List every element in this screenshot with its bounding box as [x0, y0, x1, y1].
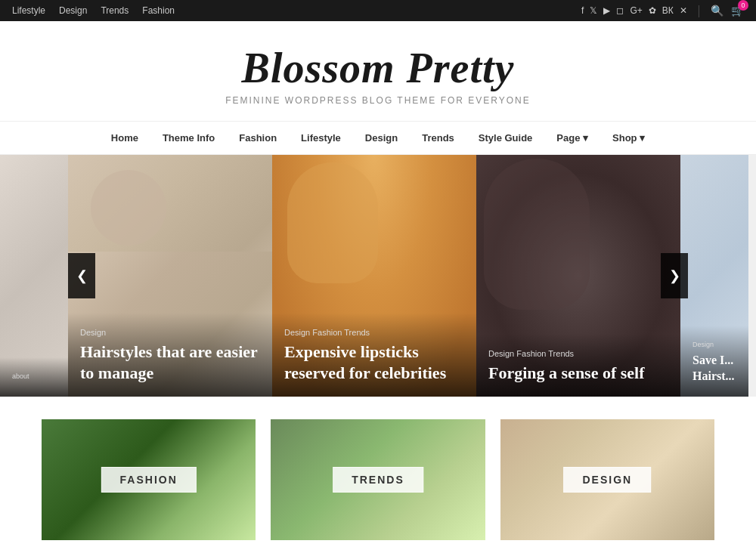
nav-fashion[interactable]: Fashion: [227, 122, 289, 154]
site-header: Blossom Pretty Feminine WordPress Blog T…: [0, 21, 756, 121]
slide-overlay: about: [0, 357, 68, 397]
top-bar-actions: 🔍 🛒 0: [711, 5, 744, 17]
site-subtitle: Feminine WordPress Blog Theme For Everyo…: [15, 95, 741, 106]
slider-section: about Design Hairstyles that are easier …: [0, 155, 756, 397]
top-bar-nav: Lifestyle Design Trends Fashion: [12, 5, 175, 16]
slide3-categories: Design Fashion Trends: [488, 349, 668, 358]
slide-partial-right: Design Save I...Hairst...: [680, 155, 748, 397]
category-trends[interactable]: TRENDS: [271, 419, 485, 540]
slider-next-button[interactable]: ❯: [661, 253, 688, 298]
slide2-categories: Design Fashion Trends: [284, 328, 464, 337]
google-icon[interactable]: G+: [630, 5, 642, 16]
top-bar-right: f 𝕏 ▶ ◻ G+ ✿ ВК ✕ | 🔍 🛒 0: [581, 4, 744, 17]
topnav-lifestyle[interactable]: Lifestyle: [12, 5, 45, 16]
nav-design[interactable]: Design: [353, 122, 410, 154]
main-nav: Home Theme Info Fashion Lifestyle Design…: [0, 121, 756, 155]
nav-lifestyle[interactable]: Lifestyle: [289, 122, 353, 154]
odnoklassniki-icon[interactable]: ✿: [649, 5, 656, 16]
nav-style-guide[interactable]: Style Guide: [466, 122, 545, 154]
slide-3[interactable]: Design Fashion Trends Forging a sense of…: [476, 155, 680, 397]
slider-prev-button[interactable]: ❮: [68, 253, 95, 298]
slide2-overlay: Design Fashion Trends Expensive lipstick…: [272, 313, 476, 397]
cart-badge: 0: [738, 0, 748, 11]
xing-icon[interactable]: ✕: [680, 5, 687, 16]
nav-page[interactable]: Page ▾: [544, 122, 600, 154]
slide1-categories: Design: [80, 328, 260, 337]
category-design-label-wrap: DESIGN: [563, 467, 651, 493]
category-design-label: DESIGN: [582, 474, 632, 486]
category-fashion-label-wrap: FASHION: [101, 467, 197, 493]
nav-home[interactable]: Home: [99, 122, 150, 154]
search-icon[interactable]: 🔍: [711, 5, 723, 17]
slide-partial-left: about: [0, 155, 68, 397]
site-title: Blossom Pretty: [15, 44, 741, 92]
topnav-fashion[interactable]: Fashion: [142, 5, 175, 16]
slide2-title: Expensive lipsticks reserved for celebri…: [284, 341, 464, 385]
category-fashion-label: FASHION: [120, 474, 178, 486]
slide-1[interactable]: Design Hairstyles that are easier to man…: [68, 155, 272, 397]
vk-icon[interactable]: ВК: [662, 5, 674, 16]
shop-dropdown-arrow: ▾: [640, 132, 645, 144]
category-section: FASHION TRENDS DESIGN: [0, 397, 756, 553]
twitter-icon[interactable]: 𝕏: [590, 5, 597, 16]
slide-partial-right-categories: Design: [692, 341, 736, 348]
nav-trends[interactable]: Trends: [410, 122, 466, 154]
facebook-icon[interactable]: f: [581, 5, 584, 16]
top-bar: Lifestyle Design Trends Fashion f 𝕏 ▶ ◻ …: [0, 0, 756, 21]
nav-shop[interactable]: Shop ▾: [600, 122, 657, 154]
category-trends-label-wrap: TRENDS: [333, 467, 423, 493]
slide-categories: about: [12, 372, 56, 380]
slide-partial-right-overlay: Design Save I...Hairst...: [680, 326, 748, 397]
topnav-trends[interactable]: Trends: [101, 5, 129, 16]
nav-theme-info[interactable]: Theme Info: [150, 122, 227, 154]
slide-partial-right-title: Save I...Hairst...: [692, 353, 736, 385]
category-trends-label: TRENDS: [352, 474, 404, 486]
youtube-icon[interactable]: ▶: [603, 5, 610, 16]
page-dropdown-arrow: ▾: [583, 132, 588, 144]
category-design[interactable]: DESIGN: [500, 419, 714, 540]
slide1-title: Hairstyles that are easier to manage: [80, 341, 260, 385]
divider: |: [698, 4, 700, 17]
slide3-overlay: Design Fashion Trends Forging a sense of…: [476, 334, 680, 397]
category-fashion[interactable]: FASHION: [42, 419, 256, 540]
topnav-design[interactable]: Design: [59, 5, 87, 16]
slide1-overlay: Design Hairstyles that are easier to man…: [68, 313, 272, 397]
social-icons: f 𝕏 ▶ ◻ G+ ✿ ВК ✕: [581, 5, 687, 16]
cart-icon[interactable]: 🛒 0: [731, 5, 744, 17]
slide-2[interactable]: Design Fashion Trends Expensive lipstick…: [272, 155, 476, 397]
slide3-title: Forging a sense of self: [488, 363, 668, 385]
instagram-icon[interactable]: ◻: [616, 5, 624, 16]
